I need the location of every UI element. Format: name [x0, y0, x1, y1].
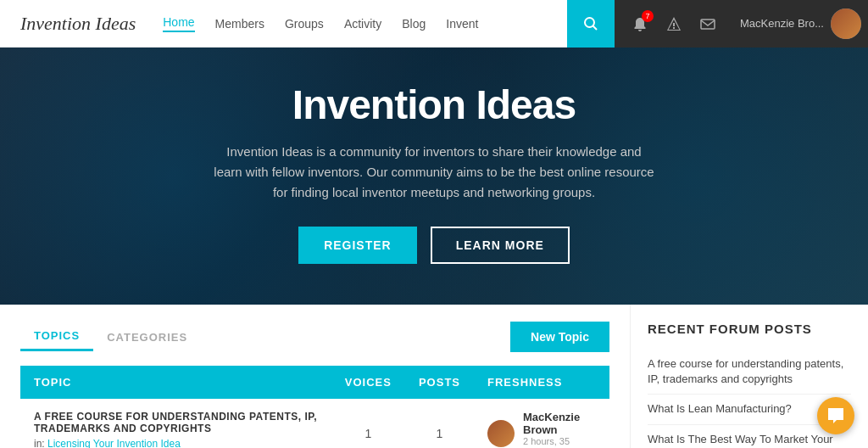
nav-link-activity[interactable]: Activity — [344, 17, 381, 31]
posts-cell: 1 — [405, 399, 474, 448]
nav-right: 7 MacKenzie Bro... — [567, 0, 868, 48]
voices-cell: 1 — [331, 399, 405, 448]
freshness-details: MacKenzie Brown 2 hours, 35 minutes ago — [523, 411, 596, 448]
hero-description: Invention Ideas is a community for inven… — [214, 142, 654, 203]
nav-link-members[interactable]: Members — [215, 17, 264, 31]
topic-category: in: Licensing Your Invention Idea — [34, 438, 318, 448]
th-topic: TOPIC — [20, 366, 331, 399]
nav-links: Home Members Groups Activity Blog Invent — [156, 15, 567, 32]
site-logo[interactable]: Invention Ideas — [0, 13, 156, 35]
th-voices: VOICES — [331, 366, 405, 399]
table-row: A FREE COURSE FOR UNDERSTANDING PATENTS,… — [20, 399, 609, 448]
freshness-cell: MacKenzie Brown 2 hours, 35 minutes ago — [474, 399, 609, 448]
notification-badge: 7 — [642, 10, 654, 22]
hero-title: Invention Ideas — [17, 81, 851, 128]
register-button[interactable]: REGISTER — [298, 227, 417, 264]
topic-title[interactable]: A FREE COURSE FOR UNDERSTANDING PATENTS,… — [34, 411, 318, 434]
sidebar-title: RECENT FORUM POSTS — [648, 322, 851, 336]
nav-link-home[interactable]: Home — [163, 15, 194, 32]
freshness-avatar — [487, 420, 515, 447]
forum-area: TOPICS CATEGORIES New Topic TOPIC VOICES… — [0, 305, 631, 448]
topic-table: TOPIC VOICES POSTS FRESHNESS A FREE COUR… — [20, 366, 609, 448]
notifications-button[interactable]: 7 — [625, 8, 655, 39]
search-icon — [583, 16, 598, 31]
topic-cell: A FREE COURSE FOR UNDERSTANDING PATENTS,… — [20, 399, 331, 448]
svg-line-1 — [593, 25, 598, 30]
search-button[interactable] — [567, 0, 615, 48]
freshness-time: 2 hours, 35 minutes ago — [523, 436, 596, 448]
nav-icon-group: 7 — [615, 0, 733, 48]
svg-rect-2 — [701, 20, 715, 29]
hero-section: Invention Ideas Invention Ideas is a com… — [0, 48, 868, 305]
new-topic-button[interactable]: New Topic — [510, 322, 609, 352]
nav-link-groups[interactable]: Groups — [285, 17, 324, 31]
messages-button[interactable] — [693, 8, 723, 39]
learn-more-button[interactable]: LEARN MORE — [431, 227, 570, 264]
sidebar-list: A free course for understanding patents,… — [648, 350, 851, 448]
nav-link-blog[interactable]: Blog — [402, 17, 426, 31]
username-label: MacKenzie Bro... — [740, 17, 824, 30]
chat-fab-button[interactable] — [817, 397, 854, 434]
chat-icon — [826, 406, 845, 425]
alerts-button[interactable] — [659, 8, 689, 39]
avatar[interactable] — [831, 8, 861, 39]
svg-point-0 — [585, 18, 594, 27]
main-content: TOPICS CATEGORIES New Topic TOPIC VOICES… — [0, 305, 868, 448]
user-area: MacKenzie Bro... — [733, 0, 868, 48]
avatar-image — [831, 8, 861, 39]
forum-tabs: TOPICS CATEGORIES New Topic — [20, 322, 609, 352]
freshness-info: MacKenzie Brown 2 hours, 35 minutes ago — [487, 411, 596, 448]
envelope-icon — [700, 16, 715, 31]
list-item[interactable]: What Is The Best Way To Market Your Prod… — [648, 425, 851, 448]
th-posts: POSTS — [405, 366, 474, 399]
th-freshness: FRESHNESS — [474, 366, 609, 399]
list-item[interactable]: A free course for understanding patents,… — [648, 350, 851, 395]
tab-categories[interactable]: CATEGORIES — [93, 324, 201, 350]
alert-icon — [666, 16, 682, 31]
navigation: Invention Ideas Home Members Groups Acti… — [0, 0, 868, 48]
topic-category-link[interactable]: Licensing Your Invention Idea — [47, 438, 181, 448]
nav-link-invent[interactable]: Invent — [446, 17, 478, 31]
table-header-row: TOPIC VOICES POSTS FRESHNESS — [20, 366, 609, 399]
hero-buttons: REGISTER LEARN MORE — [17, 227, 851, 264]
freshness-author: MacKenzie Brown — [523, 411, 596, 436]
tab-topics[interactable]: TOPICS — [20, 322, 93, 351]
